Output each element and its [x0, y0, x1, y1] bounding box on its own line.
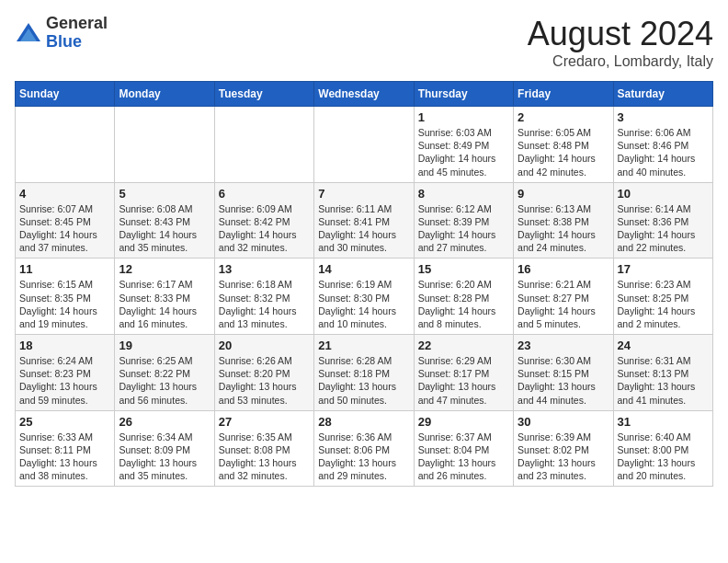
day-number: 4	[19, 187, 110, 201]
calendar-cell: 5Sunrise: 6:08 AM Sunset: 8:43 PM Daylig…	[115, 182, 214, 259]
day-info: Sunrise: 6:19 AM Sunset: 8:30 PM Dayligh…	[318, 278, 409, 330]
calendar-cell: 8Sunrise: 6:12 AM Sunset: 8:39 PM Daylig…	[414, 182, 513, 259]
calendar-cell: 7Sunrise: 6:11 AM Sunset: 8:41 PM Daylig…	[314, 182, 414, 259]
day-info: Sunrise: 6:34 AM Sunset: 8:09 PM Dayligh…	[119, 431, 210, 483]
day-info: Sunrise: 6:05 AM Sunset: 8:48 PM Dayligh…	[518, 126, 609, 178]
day-info: Sunrise: 6:31 AM Sunset: 8:13 PM Dayligh…	[618, 354, 709, 407]
calendar-cell: 9Sunrise: 6:13 AM Sunset: 8:38 PM Daylig…	[514, 182, 613, 259]
day-info: Sunrise: 6:36 AM Sunset: 8:06 PM Dayligh…	[318, 431, 409, 483]
day-number: 15	[418, 262, 509, 276]
day-number: 24	[618, 339, 709, 352]
calendar-cell: 30Sunrise: 6:39 AM Sunset: 8:02 PM Dayli…	[514, 410, 613, 487]
day-info: Sunrise: 6:17 AM Sunset: 8:33 PM Dayligh…	[119, 278, 210, 330]
day-number: 1	[418, 110, 509, 124]
day-number: 22	[418, 339, 509, 352]
day-number: 17	[618, 262, 709, 276]
calendar-cell: 26Sunrise: 6:34 AM Sunset: 8:09 PM Dayli…	[115, 410, 214, 487]
day-number: 23	[518, 339, 609, 352]
calendar-cell	[16, 107, 115, 183]
day-info: Sunrise: 6:30 AM Sunset: 8:15 PM Dayligh…	[518, 354, 609, 407]
calendar-cell: 3Sunrise: 6:06 AM Sunset: 8:46 PM Daylig…	[613, 107, 712, 183]
calendar-cell: 15Sunrise: 6:20 AM Sunset: 8:28 PM Dayli…	[414, 259, 513, 335]
title-block: August 2024 Credaro, Lombardy, Italy	[528, 15, 713, 70]
day-info: Sunrise: 6:33 AM Sunset: 8:11 PM Dayligh…	[19, 431, 110, 483]
calendar-cell: 19Sunrise: 6:25 AM Sunset: 8:22 PM Dayli…	[115, 335, 214, 411]
day-info: Sunrise: 6:23 AM Sunset: 8:25 PM Dayligh…	[618, 278, 709, 330]
calendar-cell: 4Sunrise: 6:07 AM Sunset: 8:45 PM Daylig…	[16, 182, 115, 259]
day-number: 18	[19, 339, 110, 352]
day-info: Sunrise: 6:29 AM Sunset: 8:17 PM Dayligh…	[418, 354, 509, 407]
day-info: Sunrise: 6:28 AM Sunset: 8:18 PM Dayligh…	[318, 354, 409, 407]
day-info: Sunrise: 6:14 AM Sunset: 8:36 PM Dayligh…	[618, 202, 709, 255]
day-info: Sunrise: 6:06 AM Sunset: 8:46 PM Dayligh…	[618, 126, 709, 178]
day-number: 16	[518, 262, 609, 276]
weekday-header: Tuesday	[214, 82, 313, 107]
day-info: Sunrise: 6:24 AM Sunset: 8:23 PM Dayligh…	[19, 354, 110, 407]
calendar-header-row: SundayMondayTuesdayWednesdayThursdayFrid…	[16, 82, 713, 107]
calendar-week-row: 11Sunrise: 6:15 AM Sunset: 8:35 PM Dayli…	[16, 259, 713, 335]
day-number: 12	[119, 262, 210, 276]
calendar-week-row: 18Sunrise: 6:24 AM Sunset: 8:23 PM Dayli…	[16, 335, 713, 411]
day-number: 8	[418, 187, 509, 201]
day-number: 28	[318, 415, 409, 429]
day-info: Sunrise: 6:21 AM Sunset: 8:27 PM Dayligh…	[518, 278, 609, 330]
calendar-cell: 13Sunrise: 6:18 AM Sunset: 8:32 PM Dayli…	[214, 259, 313, 335]
calendar-cell: 17Sunrise: 6:23 AM Sunset: 8:25 PM Dayli…	[613, 259, 712, 335]
logo: General Blue	[15, 15, 108, 52]
logo-icon	[15, 19, 42, 47]
calendar-cell: 6Sunrise: 6:09 AM Sunset: 8:42 PM Daylig…	[214, 182, 313, 259]
calendar-cell: 14Sunrise: 6:19 AM Sunset: 8:30 PM Dayli…	[314, 259, 414, 335]
calendar-week-row: 1Sunrise: 6:03 AM Sunset: 8:49 PM Daylig…	[16, 107, 713, 183]
weekday-header: Wednesday	[314, 82, 414, 107]
weekday-header: Sunday	[16, 82, 115, 107]
weekday-header: Saturday	[613, 82, 712, 107]
calendar-cell	[314, 107, 414, 183]
page-header: General Blue August 2024 Credaro, Lombar…	[15, 15, 713, 70]
calendar-cell: 11Sunrise: 6:15 AM Sunset: 8:35 PM Dayli…	[16, 259, 115, 335]
day-info: Sunrise: 6:39 AM Sunset: 8:02 PM Dayligh…	[518, 431, 609, 483]
day-info: Sunrise: 6:03 AM Sunset: 8:49 PM Dayligh…	[418, 126, 509, 178]
day-info: Sunrise: 6:08 AM Sunset: 8:43 PM Dayligh…	[119, 202, 210, 255]
calendar-cell: 29Sunrise: 6:37 AM Sunset: 8:04 PM Dayli…	[414, 410, 513, 487]
day-number: 14	[318, 262, 409, 276]
day-number: 5	[119, 187, 210, 201]
day-info: Sunrise: 6:35 AM Sunset: 8:08 PM Dayligh…	[219, 431, 310, 483]
logo-blue: Blue	[46, 33, 108, 52]
day-number: 20	[219, 339, 310, 352]
day-info: Sunrise: 6:07 AM Sunset: 8:45 PM Dayligh…	[19, 202, 110, 255]
calendar-cell: 31Sunrise: 6:40 AM Sunset: 8:00 PM Dayli…	[613, 410, 712, 487]
day-number: 10	[618, 187, 709, 201]
calendar-cell: 10Sunrise: 6:14 AM Sunset: 8:36 PM Dayli…	[613, 182, 712, 259]
day-number: 9	[518, 187, 609, 201]
calendar-cell: 16Sunrise: 6:21 AM Sunset: 8:27 PM Dayli…	[514, 259, 613, 335]
day-info: Sunrise: 6:15 AM Sunset: 8:35 PM Dayligh…	[19, 278, 110, 330]
day-info: Sunrise: 6:11 AM Sunset: 8:41 PM Dayligh…	[318, 202, 409, 255]
calendar-cell: 21Sunrise: 6:28 AM Sunset: 8:18 PM Dayli…	[314, 335, 414, 411]
day-number: 3	[618, 110, 709, 124]
day-number: 11	[19, 262, 110, 276]
page-subtitle: Credaro, Lombardy, Italy	[528, 53, 713, 70]
day-info: Sunrise: 6:25 AM Sunset: 8:22 PM Dayligh…	[119, 354, 210, 407]
calendar-week-row: 4Sunrise: 6:07 AM Sunset: 8:45 PM Daylig…	[16, 182, 713, 259]
logo-general: General	[46, 15, 108, 33]
calendar-week-row: 25Sunrise: 6:33 AM Sunset: 8:11 PM Dayli…	[16, 410, 713, 487]
calendar-table: SundayMondayTuesdayWednesdayThursdayFrid…	[15, 81, 713, 487]
calendar-cell: 25Sunrise: 6:33 AM Sunset: 8:11 PM Dayli…	[16, 410, 115, 487]
day-info: Sunrise: 6:12 AM Sunset: 8:39 PM Dayligh…	[418, 202, 509, 255]
day-number: 27	[219, 415, 310, 429]
weekday-header: Thursday	[414, 82, 513, 107]
day-number: 26	[119, 415, 210, 429]
day-number: 7	[318, 187, 409, 201]
calendar-cell: 23Sunrise: 6:30 AM Sunset: 8:15 PM Dayli…	[514, 335, 613, 411]
day-number: 6	[219, 187, 310, 201]
calendar-cell	[214, 107, 313, 183]
weekday-header: Monday	[115, 82, 214, 107]
day-info: Sunrise: 6:26 AM Sunset: 8:20 PM Dayligh…	[219, 354, 310, 407]
day-info: Sunrise: 6:40 AM Sunset: 8:00 PM Dayligh…	[618, 431, 709, 483]
day-info: Sunrise: 6:18 AM Sunset: 8:32 PM Dayligh…	[219, 278, 310, 330]
calendar-cell: 27Sunrise: 6:35 AM Sunset: 8:08 PM Dayli…	[214, 410, 313, 487]
page-title: August 2024	[528, 15, 713, 53]
day-info: Sunrise: 6:09 AM Sunset: 8:42 PM Dayligh…	[219, 202, 310, 255]
day-number: 30	[518, 415, 609, 429]
day-number: 29	[418, 415, 509, 429]
